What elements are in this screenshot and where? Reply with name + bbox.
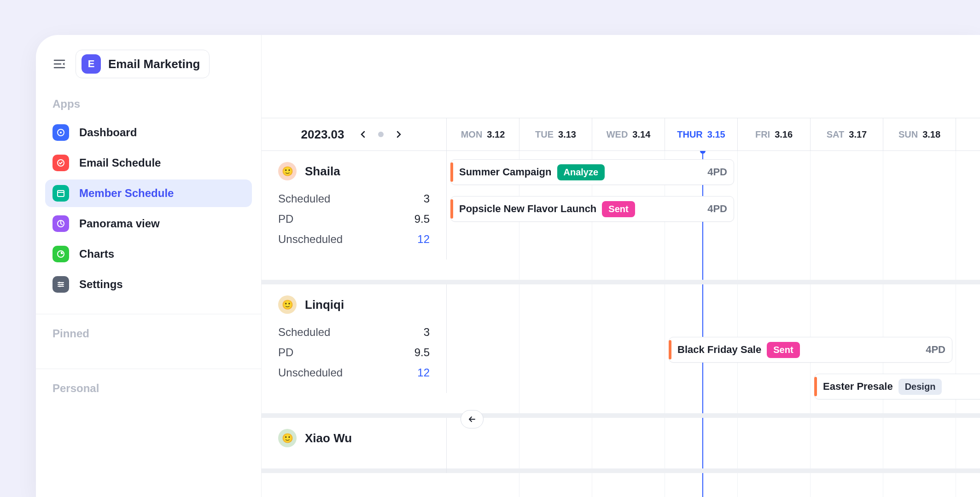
sidebar-item-label: Charts — [79, 248, 114, 260]
day-column[interactable]: TUE3.13 — [519, 118, 592, 150]
stat-row: Scheduled3 — [278, 192, 430, 205]
stat-label: Scheduled — [278, 192, 330, 205]
task-status-badge: Analyze — [557, 164, 605, 180]
task-status-badge: Sent — [767, 342, 799, 358]
day-weekday: WED — [607, 129, 628, 140]
task-lane: Black Friday SaleSent4PDEaster PresaleDe… — [447, 293, 980, 413]
divider — [36, 314, 261, 314]
task-title: Popsicle New Flavor Launch — [459, 203, 596, 215]
topbar — [262, 35, 980, 118]
sidebar-item-panorama[interactable]: Panorama view — [45, 210, 252, 237]
day-column[interactable]: SUN3.18 — [883, 118, 956, 150]
stat-label: Unscheduled — [278, 366, 343, 379]
member-name: Xiao Wu — [305, 431, 352, 445]
sidebar-item-dashboard[interactable]: Dashboard — [45, 119, 252, 146]
member-name: Linqiqi — [305, 298, 344, 312]
day-date: 3.16 — [775, 129, 793, 140]
collapse-sidebar-icon[interactable] — [52, 57, 66, 71]
svg-rect-3 — [58, 191, 64, 196]
day-column[interactable]: THUR3.15 — [665, 118, 738, 150]
task-bar[interactable]: Summer CampaignAnalyze4PD — [450, 159, 734, 185]
day-date: 3.14 — [632, 129, 650, 140]
calendar-icon — [52, 185, 69, 202]
day-date: 3.15 — [707, 129, 725, 140]
task-title: Black Friday Sale — [677, 344, 761, 356]
sidebar-item-label: Member Schedule — [79, 187, 174, 200]
workspace-name: Email Marketing — [108, 57, 200, 71]
sidebar-item-label: Email Schedule — [79, 156, 161, 169]
task-bar[interactable]: Popsicle New Flavor LaunchSent4PD — [450, 196, 734, 222]
timeline-header: 2023.03 MON3.12TUE3.13WED3.14THUR3.15FRI… — [262, 118, 980, 151]
svg-point-7 — [61, 283, 63, 285]
day-date: 3.13 — [558, 129, 576, 140]
sliders-icon — [52, 276, 69, 293]
task-lane: Summer CampaignAnalyze4PDPopsicle New Fl… — [447, 159, 980, 280]
member-info: 🙂ShailaScheduled3PD9.5Unscheduled12 — [262, 151, 447, 260]
svg-point-6 — [58, 282, 60, 283]
stat-link[interactable]: 12 — [417, 233, 430, 246]
divider — [36, 369, 261, 369]
member-row: 🙂ShailaScheduled3PD9.5Unscheduled12Summe… — [262, 151, 980, 284]
task-effort: 4PD — [707, 166, 727, 178]
day-date: 3.12 — [487, 129, 505, 140]
sidebar-item-charts[interactable]: Charts — [45, 240, 252, 268]
member-info: 🙂LinqiqiScheduled3PD9.5Unscheduled12 — [262, 284, 447, 393]
dashboard-icon — [52, 124, 69, 141]
task-effort: 4PD — [926, 344, 945, 356]
clock-check-icon — [52, 155, 69, 171]
stat-row: Scheduled3 — [278, 326, 430, 339]
day-column[interactable]: FRI3.16 — [738, 118, 811, 150]
task-title: Easter Presale — [823, 381, 893, 393]
day-column[interactable]: MON3.12 — [447, 118, 519, 150]
sidebar-item-member-schedule[interactable]: Member Schedule — [45, 179, 252, 207]
task-effort: 4PD — [707, 203, 727, 215]
sidebar-item-label: Settings — [79, 278, 123, 291]
day-weekday: THUR — [677, 129, 703, 140]
stat-row: PD9.5 — [278, 213, 430, 225]
svg-point-8 — [59, 285, 61, 287]
day-column[interactable]: SAT3.17 — [811, 118, 883, 150]
task-bar[interactable]: Black Friday SaleSent4PD — [669, 337, 952, 363]
workspace-selector[interactable]: E Email Marketing — [76, 50, 210, 78]
svg-point-1 — [60, 132, 62, 133]
stat-value: 3 — [424, 192, 430, 205]
day-weekday: SAT — [827, 129, 845, 140]
stat-label: Scheduled — [278, 326, 330, 339]
day-weekday: MON — [461, 129, 483, 140]
avatar: 🙂 — [278, 295, 297, 314]
member-name: Shaila — [305, 164, 340, 179]
stat-link[interactable]: 12 — [417, 366, 430, 379]
workspace-badge: E — [82, 54, 101, 74]
next-period-button[interactable] — [391, 127, 407, 142]
stat-label: PD — [278, 213, 293, 225]
stat-value: 9.5 — [414, 213, 430, 225]
day-date: 3.17 — [849, 129, 867, 140]
stat-row: Unscheduled12 — [278, 233, 430, 246]
member-info: 🙂Xiao Wu — [262, 418, 447, 473]
stat-value: 9.5 — [414, 346, 430, 359]
task-bar[interactable]: Easter PresaleDesign — [814, 374, 980, 399]
period-label: 2023.03 — [301, 127, 344, 142]
prev-period-button[interactable] — [355, 127, 371, 142]
stat-label: Unscheduled — [278, 233, 343, 246]
sidebar-item-label: Dashboard — [79, 126, 137, 139]
stat-value: 3 — [424, 326, 430, 339]
section-label-apps: Apps — [36, 98, 261, 119]
sidebar-item-settings[interactable]: Settings — [45, 271, 252, 298]
avatar: 🙂 — [278, 162, 297, 180]
stat-row: PD9.5 — [278, 346, 430, 359]
day-weekday: FRI — [755, 129, 770, 140]
sidebar: E Email Marketing Apps Dashboard Email S… — [36, 35, 262, 497]
sidebar-item-email-schedule[interactable]: Email Schedule — [45, 149, 252, 177]
task-title: Summer Campaign — [459, 166, 552, 178]
section-label-pinned: Pinned — [36, 327, 261, 348]
day-column[interactable]: WED3.14 — [592, 118, 665, 150]
schedule-grid: 🙂ShailaScheduled3PD9.5Unscheduled12Summe… — [262, 151, 980, 497]
today-button[interactable] — [378, 132, 384, 137]
app-window: E Email Marketing Apps Dashboard Email S… — [36, 35, 980, 497]
task-status-badge: Sent — [602, 201, 635, 217]
task-lane — [447, 426, 980, 468]
sidebar-item-label: Panorama view — [79, 217, 160, 230]
avatar: 🙂 — [278, 429, 297, 447]
main-content: 2023.03 MON3.12TUE3.13WED3.14THUR3.15FRI… — [262, 35, 980, 497]
